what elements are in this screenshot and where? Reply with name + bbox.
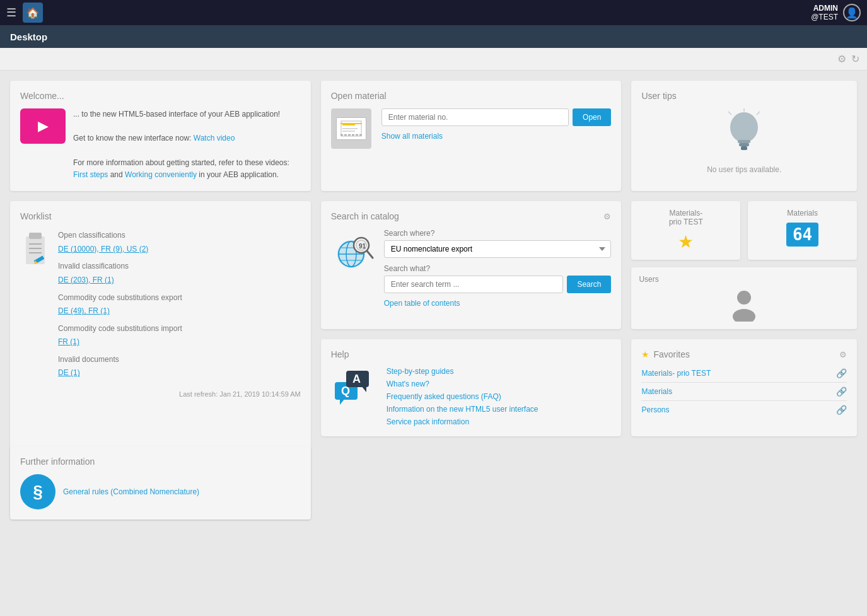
search-where-label: Search where? <box>384 229 612 238</box>
and-text: and <box>110 170 123 179</box>
search-inner: 91 Search where? EU nomenclature export … <box>331 229 612 308</box>
users-title: Users <box>639 275 658 284</box>
further-info-title: Further information <box>20 456 301 467</box>
favorites-settings-icon[interactable]: ⚙ <box>839 350 847 359</box>
welcome-desc: ... to the new HTML5-based interface of … <box>73 110 280 119</box>
material-number-input[interactable] <box>381 108 569 126</box>
whats-new-link[interactable]: What's new? <box>387 380 538 388</box>
worklist-section-2: Invalid classifications DE (203), FR (1) <box>58 260 182 287</box>
open-classifications-link[interactable]: DE (10000), FR (9), US (2) <box>58 245 148 253</box>
search-catalog-card: Search in catalog ⚙ <box>321 201 622 329</box>
mini-cards-row: Materials-prio TEST ★ Materials 6​4 <box>631 201 857 260</box>
toolbar: ⚙ ↻ <box>0 48 867 71</box>
invalid-documents-link[interactable]: DE (1) <box>58 368 80 377</box>
search-icon-box: 91 <box>331 229 376 274</box>
users-card: Users <box>631 267 857 329</box>
search-where-select[interactable]: EU nomenclature export DE nomenclature F… <box>384 240 612 258</box>
avatar[interactable]: 👤 <box>843 4 861 21</box>
commodity-import-link[interactable]: FR (1) <box>58 337 79 346</box>
favorites-card: ★ Favorites ⚙ Materials- prio TEST 🔗 Mat… <box>631 339 857 436</box>
invalid-documents-label: Invalid documents <box>58 355 119 364</box>
settings-icon[interactable]: ⚙ <box>837 53 846 65</box>
commodity-export-label: Commodity code substitutions export <box>58 293 182 302</box>
section-icon: § <box>20 474 55 509</box>
svg-rect-12 <box>29 233 42 239</box>
no-tips-text: No user tips available. <box>641 165 847 174</box>
fav-link-icon-2[interactable]: 🔗 <box>836 386 847 397</box>
help-svg: Q A <box>334 367 374 412</box>
user-name: ADMIN <box>811 4 838 13</box>
svg-line-10 <box>757 112 760 115</box>
help-card: Help Q A Step-by-step guides What's new?… <box>321 339 622 436</box>
refresh-icon[interactable]: ↻ <box>851 53 859 65</box>
material-doc-icon <box>336 117 366 140</box>
main-grid: Welcome... ▶ ... to the new HTML5-based … <box>0 71 867 530</box>
worklist-inner: Open classifications DE (10000), FR (9),… <box>20 229 301 380</box>
materials-prio-card: Materials-prio TEST ★ <box>631 201 740 260</box>
search-settings-icon[interactable]: ⚙ <box>603 212 611 221</box>
help-title: Help <box>331 349 612 359</box>
worklist-footer: Last refresh: Jan 21, 2019 10:14:59 AM <box>20 390 301 398</box>
search-what-label: Search what? <box>384 264 612 273</box>
open-toc-link[interactable]: Open table of contents <box>384 299 460 308</box>
person-icon-wrap <box>639 289 849 322</box>
invalid-classifications-link[interactable]: DE (203), FR (1) <box>58 276 114 284</box>
fav-materials-link[interactable]: Materials <box>641 387 672 396</box>
fav-link-icon-3[interactable]: 🔗 <box>836 405 847 415</box>
worklist-title: Worklist <box>20 211 301 221</box>
service-pack-link[interactable]: Service pack information <box>387 417 538 426</box>
svg-text:91: 91 <box>359 243 366 250</box>
favorites-list: Materials- prio TEST 🔗 Materials 🔗 Perso… <box>641 364 847 419</box>
user-info: ADMIN @TEST <box>811 4 838 21</box>
home-button[interactable]: 🏠 <box>23 3 43 23</box>
topbar: ☰ 🏠 ADMIN @TEST 👤 <box>0 0 867 25</box>
worklist-section-5: Invalid documents DE (1) <box>58 353 182 380</box>
svg-rect-1 <box>342 124 355 125</box>
materials-count: 6​4 <box>786 223 818 247</box>
watch-video-link[interactable]: Watch video <box>194 134 235 142</box>
open-material-title: Open material <box>331 91 612 101</box>
open-material-inner: Open Show all materials <box>331 108 612 149</box>
clipboard-icon <box>20 229 50 380</box>
search-input-row: Search <box>384 276 612 293</box>
commodity-export-link[interactable]: DE (49), FR (1) <box>58 306 110 315</box>
catalog-search-svg: 91 <box>334 231 374 272</box>
help-icon-box: Q A <box>331 367 376 412</box>
play-button[interactable]: ▶ <box>20 108 66 144</box>
first-steps-link[interactable]: First steps <box>73 170 108 179</box>
general-rules-link[interactable]: General rules (Combined Nomenclature) <box>63 487 199 496</box>
step-by-step-link[interactable]: Step-by-step guides <box>387 367 538 376</box>
fav-persons-link[interactable]: Persons <box>641 405 669 414</box>
faq-link[interactable]: Frequently asked questions (FAQ) <box>387 392 538 401</box>
topbar-left: ☰ 🏠 <box>6 3 43 23</box>
hamburger-icon[interactable]: ☰ <box>6 6 16 20</box>
fav-materials-prio-link[interactable]: Materials- prio TEST <box>641 369 711 378</box>
fav-link-icon-1[interactable]: 🔗 <box>836 368 847 378</box>
open-classifications-label: Open classifications <box>58 231 125 240</box>
search-button[interactable]: Search <box>567 276 611 293</box>
page-title: Desktop <box>10 32 47 42</box>
worklist-section-1: Open classifications DE (10000), FR (9),… <box>58 229 182 256</box>
material-input-row: Open <box>381 108 612 126</box>
working-conveniently-link[interactable]: Working conveniently <box>125 170 197 179</box>
favorites-title: ★ Favorites <box>641 349 690 359</box>
svg-line-26 <box>367 251 373 258</box>
show-all-materials-link[interactable]: Show all materials <box>381 132 443 141</box>
clipboard-svg <box>23 231 48 269</box>
svg-point-30 <box>733 309 755 322</box>
invalid-classifications-label: Invalid classifications <box>58 262 129 270</box>
welcome-inner: ▶ ... to the new HTML5-based interface o… <box>20 108 301 181</box>
list-item: Persons 🔗 <box>641 401 847 419</box>
welcome-instruction: Get to know the new interface now: <box>73 134 191 142</box>
worklist-section-4: Commodity code substitutions import FR (… <box>58 322 182 349</box>
svg-rect-6 <box>739 143 749 146</box>
worklist-section-3: Commodity code substitutions export DE (… <box>58 291 182 318</box>
search-term-input[interactable] <box>384 276 564 293</box>
list-item: Materials 🔗 <box>641 383 847 401</box>
html5-info-link[interactable]: Information on the new HTML5 user interf… <box>387 405 538 414</box>
materials-title: Materials <box>787 209 818 218</box>
bulb-svg <box>725 108 763 159</box>
materials-prio-title: Materials-prio TEST <box>669 209 703 226</box>
open-button[interactable]: Open <box>573 108 611 126</box>
welcome-card: Welcome... ▶ ... to the new HTML5-based … <box>10 81 311 191</box>
